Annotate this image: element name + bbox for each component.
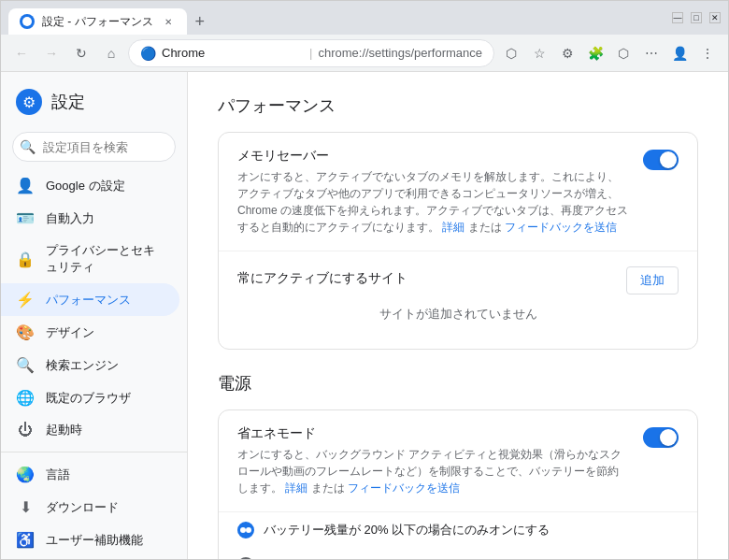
sidebar-item-system[interactable]: ⚙ システム — [1, 556, 179, 559]
browser-icon: 🌐 — [16, 389, 35, 407]
performance-icon: ⚡ — [16, 291, 35, 309]
sidebar-item-label: デザイン — [46, 324, 94, 341]
battery-option-2-row: パソコンが電源に接続されていないときにオンにする — [219, 548, 697, 559]
memory-saver-detail-link[interactable]: 詳細 — [442, 221, 465, 234]
add-site-button[interactable]: 追加 — [626, 266, 679, 294]
unplugged-label: パソコンが電源に接続されていないときにオンにする — [264, 557, 555, 559]
energy-saver-row: 省エネモード オンにすると、バックグラウンド アクティビティと視覚効果（滑らかな… — [237, 425, 679, 496]
main-area: ⚙ 設定 🔍 👤 Google の設定 🪪 自動入力 🔒 プライバシーとセキュリ… — [1, 72, 728, 559]
privacy-icon: 🔒 — [16, 251, 35, 268]
sidebar-item-design[interactable]: 🎨 デザイン — [1, 316, 179, 349]
sidebar-item-label: Google の設定 — [46, 178, 125, 194]
bookmark-icon[interactable]: ☆ — [526, 40, 552, 66]
minimize-button[interactable]: — — [672, 12, 683, 23]
sidebar-item-download[interactable]: ⬇ ダウンロード — [1, 491, 179, 524]
tab-close-button[interactable]: ✕ — [161, 14, 176, 29]
download-icon: ⬇ — [16, 498, 35, 516]
battery-20-label: バッテリー残量が 20% 以下の場合にのみオンにする — [264, 522, 550, 538]
sidebar-item-language[interactable]: 🌏 言語 — [1, 458, 179, 491]
avatar-icon[interactable]: 👤 — [666, 40, 693, 66]
title-bar: 設定 - パフォーマンス ✕ + — □ ✕ — [1, 1, 728, 35]
memory-saver-text: メモリセーバー オンにすると、アクティブでないタブのメモリを解放します。これによ… — [237, 148, 628, 236]
sidebar-header: ⚙ 設定 — [1, 79, 187, 124]
window-controls: — □ ✕ — [672, 12, 721, 23]
sidebar-item-autofill[interactable]: 🪪 自動入力 — [1, 202, 179, 235]
battery-option-1-row: バッテリー残量が 20% 以下の場合にのみオンにする — [219, 512, 697, 548]
new-tab-button[interactable]: + — [187, 8, 213, 35]
performance-card: メモリセーバー オンにすると、アクティブでないタブのメモリを解放します。これによ… — [218, 132, 698, 350]
energy-saver-or: または — [311, 481, 345, 495]
address-url: chrome://settings/performance — [318, 46, 482, 60]
memory-saver-toggle[interactable] — [643, 150, 679, 170]
close-button[interactable]: ✕ — [709, 12, 721, 23]
address-domain: Chrome — [162, 46, 304, 60]
sidebar-item-label: 既定のブラウザ — [46, 390, 131, 407]
energy-saver-title: 省エネモード — [237, 425, 628, 442]
battery-20-radio[interactable] — [237, 522, 254, 538]
browser-frame: 設定 - パフォーマンス ✕ + — □ ✕ ← → ↻ ⌂ 🔵 Chrome … — [0, 0, 729, 560]
sidebar-item-accessibility[interactable]: ♿ ユーザー補助機能 — [1, 524, 179, 556]
energy-saver-text: 省エネモード オンにすると、バックグラウンド アクティビティと視覚効果（滑らかな… — [237, 425, 628, 496]
extension-icon[interactable]: 🧩 — [582, 40, 608, 66]
svg-point-0 — [22, 17, 32, 26]
power-section-title: 電源 — [218, 372, 698, 395]
performance-section-title: パフォーマンス — [218, 94, 698, 117]
tab-favicon — [20, 14, 35, 29]
tab-title: 設定 - パフォーマンス — [42, 14, 153, 30]
power-card: 省エネモード オンにすると、バックグラウンド アクティビティと視覚効果（滑らかな… — [218, 409, 698, 559]
design-icon: 🎨 — [16, 323, 35, 341]
memory-saver-desc: オンにすると、アクティブでないタブのメモリを解放します。これにより、アクティブな… — [237, 168, 628, 236]
startup-icon: ⏻ — [16, 422, 35, 438]
memory-saver-feedback-link[interactable]: フィードバックを送信 — [505, 221, 617, 234]
sidebar-item-privacy[interactable]: 🔒 プライバシーとセキュリティ — [1, 235, 179, 283]
always-active-title: 常にアクティブにするサイト — [237, 270, 407, 287]
sidebar-item-label: ユーザー補助機能 — [46, 532, 143, 549]
cast-icon[interactable]: ⬡ — [498, 40, 524, 66]
language-icon: 🌏 — [16, 466, 35, 483]
unplugged-radio[interactable] — [237, 557, 254, 559]
search-bar-container: 🔍 — [12, 132, 176, 162]
back-button[interactable]: ← — [8, 40, 35, 66]
forward-button[interactable]: → — [38, 40, 64, 66]
layers-icon[interactable]: ⬡ — [610, 40, 636, 66]
always-active-row: 常にアクティブにするサイト 追加 — [237, 266, 679, 294]
energy-saver-feedback-link[interactable]: フィードバックを送信 — [348, 481, 460, 495]
sidebar-item-startup[interactable]: ⏻ 起動時 — [1, 414, 179, 446]
maximize-button[interactable]: □ — [691, 12, 702, 23]
energy-saver-section: 省エネモード オンにすると、バックグラウンド アクティビティと視覚効果（滑らかな… — [219, 410, 697, 512]
more-icon[interactable]: ⋯ — [638, 40, 665, 66]
address-separator: | — [309, 46, 312, 60]
empty-sites-text: サイトが追加されていません — [237, 294, 679, 334]
settings-title: 設定 — [51, 91, 85, 113]
profile-icon[interactable]: ⚙ — [554, 40, 580, 66]
energy-saver-detail-link[interactable]: 詳細 — [285, 481, 307, 495]
search-input[interactable] — [12, 132, 176, 162]
settings-logo: ⚙ — [16, 89, 42, 115]
reload-button[interactable]: ↻ — [68, 40, 94, 66]
google-icon: 👤 — [16, 177, 35, 194]
sidebar-item-performance[interactable]: ⚡ パフォーマンス — [1, 283, 179, 316]
sidebar-item-label: プライバシーとセキュリティ — [46, 242, 164, 276]
tab-bar: 設定 - パフォーマンス ✕ + — [8, 1, 665, 35]
energy-saver-desc: オンにすると、バックグラウンド アクティビティと視覚効果（滑らかなスクロールや動… — [237, 446, 628, 496]
sidebar-item-browser[interactable]: 🌐 既定のブラウザ — [1, 381, 179, 414]
sidebar-item-google[interactable]: 👤 Google の設定 — [1, 169, 179, 202]
autofill-icon: 🪪 — [16, 209, 35, 227]
nav-icons-right: ⬡ ☆ ⚙ 🧩 ⬡ ⋯ 👤 ⋮ — [498, 40, 721, 66]
search-icon: 🔍 — [20, 139, 36, 154]
site-favicon: 🔵 — [140, 46, 156, 61]
sidebar-item-label: 自動入力 — [46, 210, 94, 227]
menu-icon[interactable]: ⋮ — [694, 40, 721, 66]
address-bar[interactable]: 🔵 Chrome | chrome://settings/performance — [128, 39, 494, 67]
sidebar-item-label: パフォーマンス — [46, 292, 131, 309]
sidebar-item-label: 検索エンジン — [46, 357, 119, 374]
energy-saver-toggle[interactable] — [643, 427, 679, 448]
home-button[interactable]: ⌂ — [98, 40, 124, 66]
active-tab[interactable]: 設定 - パフォーマンス ✕ — [8, 8, 187, 35]
memory-saver-row: メモリセーバー オンにすると、アクティブでないタブのメモリを解放します。これによ… — [237, 148, 679, 236]
search-engine-icon: 🔍 — [16, 356, 35, 374]
always-active-section: 常にアクティブにするサイト 追加 サイトが追加されていません — [219, 251, 697, 349]
memory-saver-or: または — [468, 221, 502, 234]
sidebar-item-label: 言語 — [46, 467, 70, 483]
sidebar-item-search[interactable]: 🔍 検索エンジン — [1, 349, 179, 381]
